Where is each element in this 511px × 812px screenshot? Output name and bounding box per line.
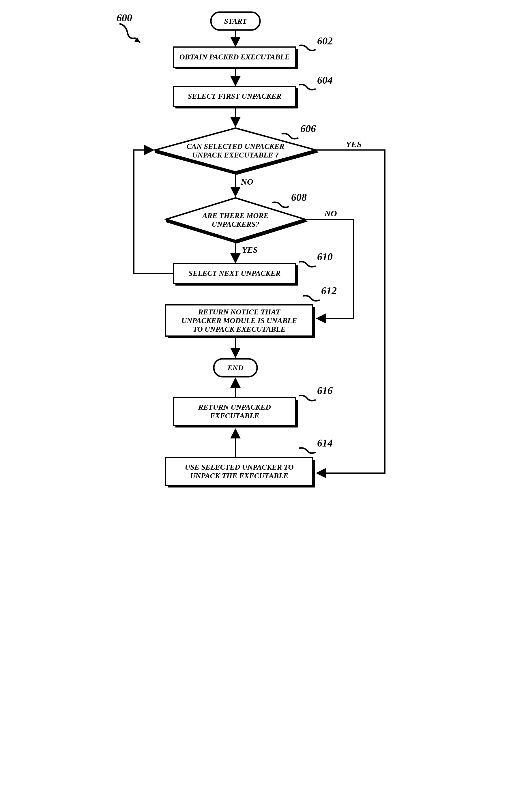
ref-608: 608 [273, 192, 307, 207]
figure-ref-600: 600 [117, 12, 140, 43]
end-label: END [227, 364, 243, 372]
node-610-label: SELECT NEXT UNPACKER [189, 269, 280, 278]
start-label: START [224, 17, 247, 25]
ref-604: 604 [299, 75, 333, 90]
node-608-line1: ARE THERE MORE [202, 211, 268, 220]
edge-608-no: NO [305, 208, 354, 318]
ref-602: 602 [299, 35, 333, 51]
svg-text:NO: NO [240, 177, 253, 186]
svg-text:604: 604 [317, 75, 333, 86]
svg-text:YES: YES [242, 245, 258, 254]
node-614-line1: USE SELECTED UNPACKER TO [184, 463, 293, 471]
node-602-label: OBTAIN PACKED EXECUTABLE [179, 53, 289, 61]
svg-text:YES: YES [346, 139, 362, 149]
edge-606-no: NO [235, 174, 253, 196]
svg-text:616: 616 [317, 385, 333, 396]
node-612-line2: UNPACKER MODULE IS UNABLE [181, 316, 296, 325]
ref-612: 612 [303, 285, 337, 301]
edge-610-606 [134, 150, 173, 273]
ref-614: 614 [299, 437, 333, 453]
svg-text:614: 614 [317, 437, 333, 449]
ref-610: 610 [299, 251, 333, 267]
node-602: OBTAIN PACKED EXECUTABLE [173, 47, 298, 69]
node-606-line2: UNPACK EXECUTABLE ? [192, 151, 279, 159]
node-606-line1: CAN SELECTED UNPACKER [187, 142, 284, 151]
node-604: SELECT FIRST UNPACKER [173, 86, 298, 109]
node-612: RETURN NOTICE THAT UNPACKER MODULE IS UN… [166, 305, 315, 338]
end-node: END [214, 359, 257, 377]
node-616-line2: EXECUTABLE [209, 412, 259, 420]
ref-600-label: 600 [117, 12, 132, 24]
svg-text:612: 612 [321, 285, 337, 296]
flowchart-diagram: 600 START OBTAIN PACKED EXECUTABLE 602 S… [103, 6, 408, 502]
svg-text:610: 610 [317, 251, 333, 262]
svg-text:602: 602 [317, 35, 333, 47]
edge-606-yes: YES [316, 139, 385, 473]
node-608: ARE THERE MORE UNPACKERS? [166, 198, 308, 243]
node-612-line3: TO UNPACK EXECUTABLE [193, 325, 285, 334]
edge-608-yes: YES [235, 242, 258, 262]
node-606: CAN SELECTED UNPACKER UNPACK EXECUTABLE … [155, 128, 318, 175]
node-608-line2: UNPACKERS? [211, 220, 259, 228]
node-616-line1: RETURN UNPACKED [198, 403, 271, 411]
ref-616: 616 [299, 385, 333, 401]
svg-text:608: 608 [291, 192, 307, 203]
node-610: SELECT NEXT UNPACKER [173, 263, 298, 286]
node-616: RETURN UNPACKED EXECUTABLE [173, 398, 298, 428]
ref-606: 606 [282, 123, 316, 139]
node-612-line1: RETURN NOTICE THAT [198, 308, 280, 316]
node-614: USE SELECTED UNPACKER TO UNPACK THE EXEC… [166, 458, 315, 488]
start-node: START [211, 12, 260, 30]
svg-text:606: 606 [301, 123, 316, 135]
node-614-line2: UNPACK THE EXECUTABLE [190, 472, 288, 480]
node-604-label: SELECT FIRST UNPACKER [188, 92, 281, 100]
svg-text:NO: NO [324, 208, 337, 218]
